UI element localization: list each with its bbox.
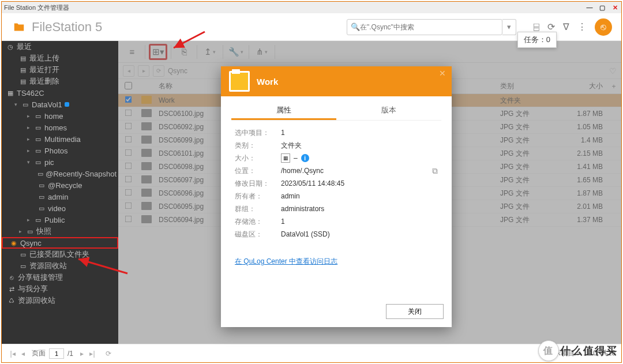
info-icon[interactable]: i (301, 154, 309, 162)
sidebar-qsync[interactable]: ◉Qsync (2, 237, 118, 249)
sidebar-item[interactable]: ▭已接受团队文件夹 (2, 249, 118, 260)
sidebar-pic[interactable]: ▾▭pic (2, 156, 118, 168)
watermark-badge-icon: 值 (538, 340, 559, 361)
next-page-button[interactable]: ▸ (77, 350, 87, 358)
minimize-button[interactable]: — (586, 4, 594, 12)
folder-icon (11, 21, 27, 33)
search-dropdown[interactable]: ▾ (502, 19, 516, 35)
titlebar: File Station 文件管理器 — ▢ ✕ (2, 2, 621, 13)
watermark: 值 什么值得买 (538, 340, 618, 361)
prev-page-button[interactable]: ◂ (18, 350, 28, 358)
remote-button[interactable]: ⎋ (595, 18, 612, 36)
close-button[interactable]: 关闭 (386, 304, 444, 319)
search-icon: 🔍 (351, 22, 360, 31)
tab-properties[interactable]: 属性 (231, 101, 336, 120)
refresh-icon[interactable]: ⟳ (547, 21, 555, 32)
sidebar-item[interactable]: ⇄与我分享 (2, 283, 118, 295)
first-page-button[interactable]: |◂ (7, 350, 18, 358)
sidebar-item[interactable]: ▭@Recently-Snapshot (2, 168, 118, 179)
page-input[interactable] (49, 348, 64, 359)
sidebar-item[interactable]: ▭admin (2, 191, 118, 202)
last-page-button[interactable]: ▸| (87, 350, 97, 358)
sidebar-item[interactable]: ⎋分享链接管理 (2, 272, 118, 283)
search-input[interactable] (360, 23, 498, 31)
sidebar-item[interactable]: ▭video (2, 202, 118, 214)
sidebar-item[interactable]: ▸▭Photos (2, 145, 118, 156)
page-label: 页面 (32, 348, 46, 358)
page-total: /1 (67, 350, 73, 358)
copy-icon[interactable]: ⧉ (432, 166, 438, 176)
tab-versions[interactable]: 版本 (336, 101, 441, 120)
filter-icon[interactable]: ∇ (563, 21, 569, 32)
sidebar: ◷最近 ▤最近上传 ▤最近打开 ▤最近删除 ▦TS462C ▾▭DataVol1… (2, 41, 118, 344)
app-title: FileStation 5 (32, 20, 102, 35)
sidebar-item[interactable]: ▸▭快照 (2, 226, 118, 237)
sidebar-item[interactable]: ▸▭homes (2, 122, 118, 133)
folder-icon (229, 71, 250, 92)
sidebar-recent[interactable]: ◷最近 (2, 41, 118, 52)
sidebar-device[interactable]: ▦TS462C (2, 87, 118, 99)
qulog-link[interactable]: 在 QuLog Center 中查看访问日志 (235, 257, 438, 267)
close-button[interactable]: ✕ (611, 4, 619, 12)
sidebar-item[interactable]: ▸▭Public (2, 214, 118, 226)
sidebar-item[interactable]: ▸▭Multimedia (2, 133, 118, 145)
more-icon[interactable]: ⋮ (577, 21, 587, 32)
calculator-icon[interactable]: ▦ (281, 153, 290, 163)
sidebar-item[interactable]: ▤最近上传 (2, 52, 118, 64)
search-box[interactable]: 🔍 (347, 19, 502, 35)
sidebar-item[interactable]: ▤最近打开 (2, 64, 118, 76)
maximize-button[interactable]: ▢ (598, 4, 606, 12)
window-title: File Station 文件管理器 (4, 3, 69, 12)
properties-dialog: Work ✕ 属性 版本 选中项目：1 类别：文件夹 大小：▦–i 位置：/ho… (221, 66, 452, 327)
tasks-tooltip: 任务：0 (517, 32, 557, 48)
sidebar-item[interactable]: ▤最近删除 (2, 76, 118, 87)
sidebar-item[interactable]: ▭资源回收站 (2, 260, 118, 272)
sidebar-volume[interactable]: ▾▭DataVol1 (2, 99, 118, 110)
cast-icon[interactable]: ⌸ (534, 22, 539, 32)
footer: |◂ ◂ 页面 /1 ▸ ▸| ⟳ 显示项目： 1-10, 共10 (2, 344, 621, 362)
dialog-close-icon[interactable]: ✕ (439, 69, 446, 78)
sidebar-item[interactable]: ♺资源回收站 (2, 295, 118, 306)
dialog-title: Work (257, 77, 278, 87)
sidebar-item[interactable]: ▭@Recycle (2, 179, 118, 191)
refresh-list-button[interactable]: ⟳ (103, 350, 114, 358)
sidebar-item[interactable]: ▸▭home (2, 110, 118, 122)
